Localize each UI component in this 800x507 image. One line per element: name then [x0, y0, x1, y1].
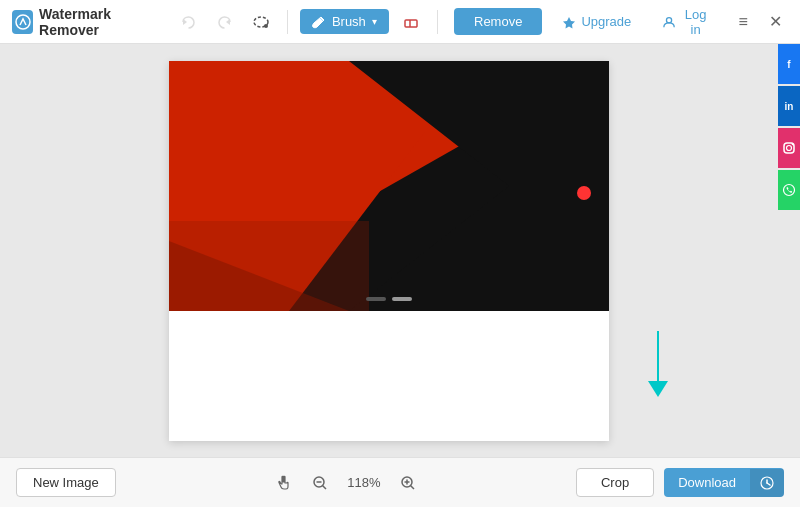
- app-logo: Watermark Remover: [12, 6, 158, 38]
- bottom-center: 118%: [272, 471, 420, 495]
- image-canvas: [169, 61, 609, 311]
- toolbar-divider-1: [287, 10, 288, 34]
- svg-line-27: [410, 485, 414, 489]
- menu-button[interactable]: ≡: [731, 8, 756, 36]
- download-label: Download: [664, 468, 750, 497]
- bottom-right: Crop Download: [576, 468, 784, 497]
- title-bar-right: Upgrade Log in ≡ ✕: [550, 2, 788, 42]
- toolbar-divider-2: [437, 10, 438, 34]
- canvas-image: [169, 61, 609, 311]
- login-label: Log in: [680, 7, 711, 37]
- app-title: Watermark Remover: [39, 6, 158, 38]
- arrow-head: [648, 381, 668, 397]
- remove-button[interactable]: Remove: [454, 8, 542, 35]
- svg-marker-1: [183, 19, 187, 25]
- zoom-out-icon: [312, 475, 328, 491]
- facebook-icon[interactable]: f: [778, 44, 800, 84]
- right-sidebar: f in: [778, 44, 800, 457]
- bottom-left: New Image: [16, 468, 116, 497]
- crop-button[interactable]: Crop: [576, 468, 654, 497]
- scroll-dot-1: [366, 297, 386, 301]
- scroll-dots: [366, 297, 412, 301]
- svg-point-4: [264, 24, 268, 28]
- fb-label: f: [787, 59, 790, 70]
- app-logo-icon: [12, 10, 33, 34]
- linkedin-icon[interactable]: in: [778, 86, 800, 126]
- instagram-icon[interactable]: [778, 128, 800, 168]
- canvas-area: [0, 44, 778, 457]
- upgrade-button[interactable]: Upgrade: [550, 9, 643, 34]
- new-image-label: New Image: [33, 475, 99, 490]
- svg-rect-16: [169, 221, 369, 311]
- hand-icon: [275, 474, 293, 492]
- crop-label: Crop: [601, 475, 629, 490]
- download-arrow-indicator: [648, 331, 668, 397]
- brush-chevron: ▾: [372, 16, 377, 27]
- arrow-line: [657, 331, 659, 381]
- svg-point-19: [792, 144, 794, 146]
- svg-marker-2: [226, 19, 230, 25]
- close-icon: ✕: [769, 12, 782, 31]
- bottom-bar: New Image 118% Crop: [0, 457, 800, 507]
- eraser-tool-button[interactable]: [397, 6, 425, 38]
- close-button[interactable]: ✕: [763, 8, 788, 36]
- hand-tool-button[interactable]: [272, 471, 296, 495]
- whatsapp-svg: [782, 183, 796, 197]
- svg-point-0: [16, 15, 30, 29]
- title-bar: Watermark Remover Brush ▾: [0, 0, 800, 44]
- clock-icon: [760, 476, 774, 490]
- undo-button[interactable]: [174, 6, 202, 38]
- svg-line-30: [767, 483, 770, 485]
- whatsapp-icon[interactable]: [778, 170, 800, 210]
- li-label: in: [785, 101, 794, 112]
- zoom-in-button[interactable]: [396, 471, 420, 495]
- svg-point-15: [577, 186, 591, 200]
- upgrade-label: Upgrade: [581, 14, 631, 29]
- svg-line-23: [322, 485, 326, 489]
- svg-point-20: [784, 185, 795, 196]
- page-container: [169, 61, 609, 441]
- download-button[interactable]: Download: [664, 468, 784, 497]
- main-area: f in: [0, 44, 800, 457]
- redo-button[interactable]: [211, 6, 239, 38]
- brush-tool-button[interactable]: Brush ▾: [300, 9, 389, 34]
- zoom-in-icon: [400, 475, 416, 491]
- menu-icon: ≡: [739, 13, 748, 31]
- zoom-level: 118%: [344, 475, 384, 490]
- svg-point-18: [787, 146, 792, 151]
- instagram-svg: [782, 141, 796, 155]
- svg-rect-6: [405, 20, 417, 27]
- download-icon: [750, 469, 784, 497]
- zoom-out-button[interactable]: [308, 471, 332, 495]
- login-button[interactable]: Log in: [651, 2, 723, 42]
- scroll-dot-2: [392, 297, 412, 301]
- svg-marker-8: [563, 17, 575, 29]
- lasso-tool-button[interactable]: [247, 6, 275, 38]
- svg-point-9: [667, 17, 672, 22]
- new-image-button[interactable]: New Image: [16, 468, 116, 497]
- remove-label: Remove: [474, 14, 522, 29]
- brush-label: Brush: [332, 14, 366, 29]
